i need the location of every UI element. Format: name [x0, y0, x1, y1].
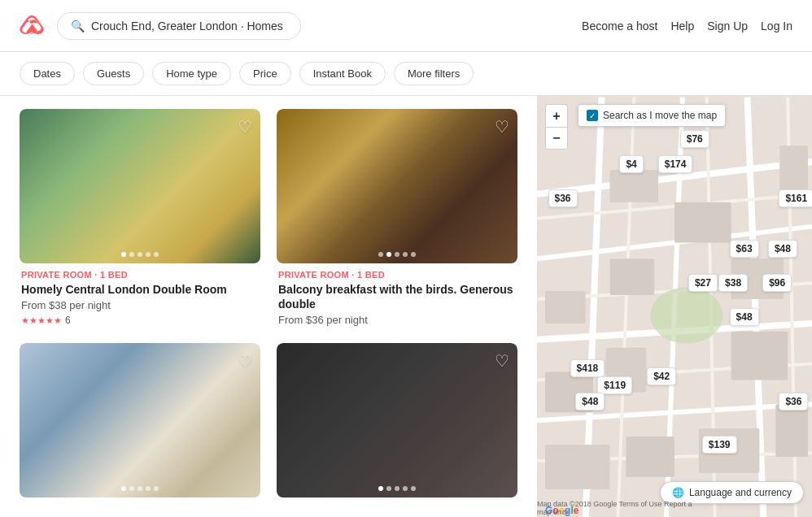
dot	[138, 252, 142, 257]
home-type-filter[interactable]: Home type	[152, 62, 231, 85]
svg-rect-25	[545, 445, 610, 489]
listing-photo-4	[277, 343, 517, 497]
become-host-link[interactable]: Become a host	[582, 20, 657, 33]
svg-rect-16	[609, 170, 658, 202]
svg-point-15	[650, 287, 723, 344]
header: 🔍 Crouch End, Greater London · Homes Bec…	[0, 0, 812, 52]
price-pin[interactable]: $27	[688, 274, 718, 292]
price-pin[interactable]: $36	[779, 393, 808, 411]
dot	[403, 252, 408, 257]
listing-image-1: ♡	[20, 109, 260, 263]
search-as-move-checkbox[interactable]	[587, 110, 598, 121]
price-pin[interactable]: $418	[570, 359, 605, 377]
listing-card-3[interactable]: ♡	[20, 343, 260, 507]
dot	[378, 252, 383, 257]
stars-1: ★★★★★	[21, 315, 62, 326]
favorite-btn-3[interactable]: ♡	[238, 351, 252, 371]
svg-rect-18	[779, 146, 808, 194]
price-pin[interactable]: $48	[768, 240, 797, 258]
listing-rating-1: ★★★★★ 6	[21, 315, 259, 326]
search-text: Crouch End, Greater London · Homes	[91, 20, 283, 33]
price-pin[interactable]: $48	[730, 308, 759, 326]
image-dots-4	[277, 486, 517, 491]
dot	[129, 252, 134, 257]
dot	[395, 486, 399, 491]
listing-title-2: Balcony breakfast with the birds. Genero…	[278, 282, 516, 311]
image-dots-1	[20, 252, 260, 257]
sign-up-link[interactable]: Sign Up	[707, 20, 748, 33]
map-attribution: Map data ©2018 Google Terms of Use Repor…	[537, 500, 706, 516]
dot	[378, 486, 383, 491]
listing-type-2: PRIVATE ROOM · 1 BED	[278, 270, 516, 280]
main-content: ♡ PRIVATE ROOM · 1 BED Homely Central Lo…	[0, 96, 812, 517]
listing-card-4[interactable]: ♡	[277, 343, 517, 507]
price-pin[interactable]: $96	[762, 274, 792, 292]
dot	[121, 252, 126, 257]
price-pin[interactable]: $36	[548, 189, 578, 207]
favorite-btn-4[interactable]: ♡	[495, 351, 509, 371]
search-icon: 🔍	[71, 20, 85, 33]
listing-info-3	[20, 497, 260, 507]
svg-rect-20	[609, 258, 654, 295]
listing-info-1: PRIVATE ROOM · 1 BED Homely Central Lond…	[20, 263, 260, 327]
listing-photo-3	[20, 343, 260, 497]
dot	[403, 486, 408, 491]
price-pin[interactable]: $174	[658, 155, 693, 173]
dot	[386, 486, 391, 491]
price-pin[interactable]: $48	[575, 393, 605, 411]
more-filters-filter[interactable]: More filters	[394, 62, 474, 85]
svg-rect-19	[545, 291, 586, 324]
language-btn-label: Language and currency	[689, 487, 792, 498]
svg-rect-17	[674, 202, 731, 243]
price-pin[interactable]: $76	[680, 130, 709, 148]
guests-filter[interactable]: Guests	[83, 62, 144, 85]
price-pin[interactable]: $63	[730, 240, 759, 258]
listing-title-1: Homely Central London Double Room	[21, 282, 259, 297]
listing-photo-1	[20, 109, 260, 263]
search-as-move-control[interactable]: Search as I move the map	[578, 104, 726, 127]
zoom-in-btn[interactable]: +	[545, 104, 568, 127]
globe-icon: 🌐	[672, 487, 684, 498]
dot	[386, 252, 391, 257]
price-pin[interactable]: $4	[619, 155, 643, 173]
dates-filter[interactable]: Dates	[20, 62, 75, 85]
dot	[129, 486, 134, 491]
map-area: + − Search as I move the map $76$4$174$3…	[537, 96, 812, 517]
price-pin[interactable]: $161	[779, 189, 812, 207]
favorite-btn-1[interactable]: ♡	[238, 117, 252, 137]
zoom-out-btn[interactable]: −	[545, 127, 568, 150]
listing-card-2[interactable]: ♡ PRIVATE ROOM · 1 BED Balcony breakfast…	[277, 109, 517, 327]
price-pin[interactable]: $139	[702, 436, 737, 454]
listing-price-2: From $36 per night	[278, 314, 516, 326]
svg-rect-24	[731, 332, 788, 380]
dot	[411, 252, 416, 257]
price-pin[interactable]: $38	[718, 274, 748, 292]
dot	[154, 486, 159, 491]
rating-count-1: 6	[65, 315, 71, 326]
listing-image-3: ♡	[20, 343, 260, 497]
listing-image-2: ♡	[277, 109, 517, 263]
price-filter[interactable]: Price	[239, 62, 291, 85]
favorite-btn-2[interactable]: ♡	[495, 117, 509, 137]
instant-book-filter[interactable]: Instant Book	[299, 62, 386, 85]
listing-type-1: PRIVATE ROOM · 1 BED	[21, 270, 259, 280]
log-in-link[interactable]: Log In	[761, 20, 792, 33]
dot	[121, 486, 126, 491]
svg-rect-28	[775, 404, 808, 457]
listings-panel: ♡ PRIVATE ROOM · 1 BED Homely Central Lo…	[0, 96, 537, 517]
help-link[interactable]: Help	[670, 20, 694, 33]
price-pin[interactable]: $42	[647, 367, 676, 385]
search-bar[interactable]: 🔍 Crouch End, Greater London · Homes	[57, 12, 301, 40]
dot	[138, 486, 142, 491]
listing-card-1[interactable]: ♡ PRIVATE ROOM · 1 BED Homely Central Lo…	[20, 109, 260, 327]
header-right: Become a host Help Sign Up Log In	[582, 20, 792, 33]
listing-photo-2	[277, 109, 517, 263]
filters-bar: Dates Guests Home type Price Instant Boo…	[0, 52, 812, 96]
map-zoom-controls: + −	[545, 104, 568, 150]
listing-info-2: PRIVATE ROOM · 1 BED Balcony breakfast w…	[277, 263, 517, 327]
svg-rect-26	[626, 437, 674, 477]
header-left: 🔍 Crouch End, Greater London · Homes	[20, 10, 301, 41]
airbnb-logo[interactable]	[20, 10, 44, 41]
dot	[395, 252, 399, 257]
price-pin[interactable]: $119	[597, 376, 632, 394]
